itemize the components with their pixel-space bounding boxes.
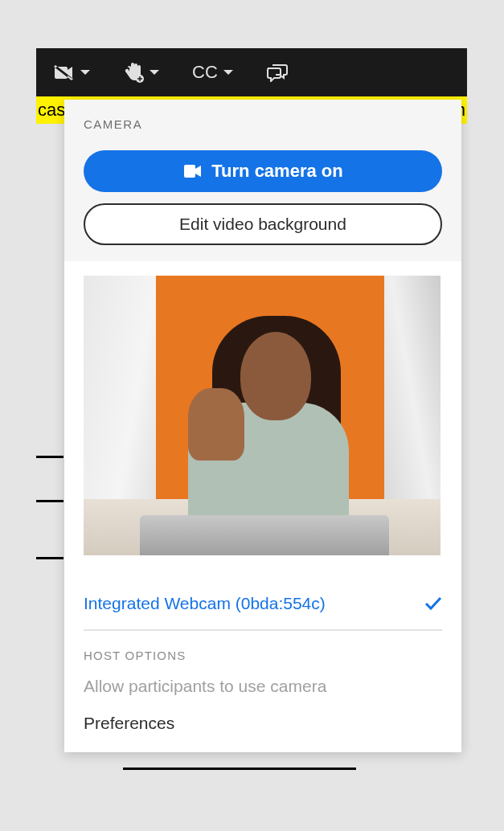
- camera-dropdown: CAMERA Turn camera on Edit video backgro…: [64, 100, 461, 752]
- camera-off-icon: [52, 64, 75, 80]
- camera-toggle[interactable]: [52, 64, 91, 80]
- chevron-down-icon: [80, 68, 91, 76]
- edit-bg-label: Edit video background: [179, 215, 346, 234]
- camera-preview: [84, 276, 440, 555]
- captions-toggle[interactable]: CC: [192, 62, 234, 83]
- chevron-down-icon: [223, 68, 234, 76]
- turn-camera-on-button[interactable]: Turn camera on: [84, 150, 442, 192]
- device-option[interactable]: Integrated Webcam (0bda:554c): [64, 573, 461, 629]
- chevron-down-icon: [149, 68, 160, 76]
- dropdown-header: CAMERA Turn camera on Edit video backgro…: [64, 100, 461, 261]
- device-label: Integrated Webcam (0bda:554c): [84, 594, 326, 613]
- top-toolbar: CC: [36, 48, 467, 96]
- raise-hand-toggle[interactable]: [123, 61, 160, 84]
- yellow-left-text: cas: [38, 100, 65, 121]
- allow-participants-option: Allow participants to use camera: [84, 677, 442, 696]
- check-icon: [424, 596, 442, 611]
- turn-on-label: Turn camera on: [211, 161, 342, 182]
- dropdown-title: CAMERA: [84, 117, 442, 131]
- preferences-option[interactable]: Preferences: [84, 714, 442, 733]
- chat-icon: [266, 63, 289, 82]
- cc-label: CC: [192, 62, 218, 83]
- camera-icon: [182, 165, 202, 178]
- edit-background-button[interactable]: Edit video background: [84, 203, 442, 245]
- preview-section: [64, 261, 461, 573]
- raise-hand-icon: [123, 61, 144, 84]
- host-options-title: HOST OPTIONS: [84, 649, 442, 662]
- device-section: Integrated Webcam (0bda:554c): [64, 573, 461, 631]
- chat-button[interactable]: [266, 63, 289, 82]
- host-options-section: HOST OPTIONS Allow participants to use c…: [64, 631, 461, 752]
